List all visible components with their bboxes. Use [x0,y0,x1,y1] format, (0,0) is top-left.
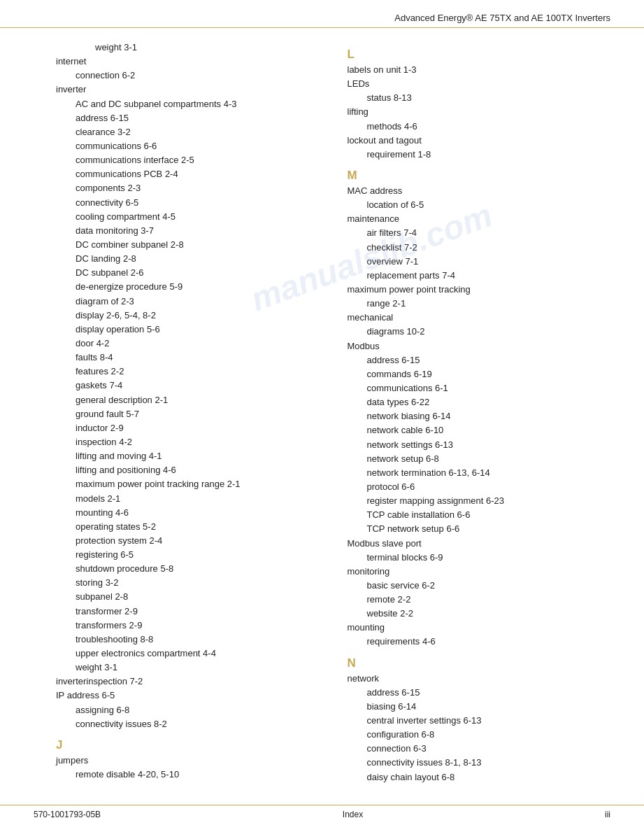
list-item: connectivity issues 8-2 [76,717,320,731]
list-item: website 2-2 [367,607,611,621]
list-item: diagrams 10-2 [367,325,611,339]
list-item: air filters 7-4 [367,226,611,240]
list-item: lifting [348,105,611,119]
page-header: Advanced Energy® AE 75TX and AE 100TX In… [0,0,644,28]
list-item: configuration 6-8 [367,728,611,742]
list-item: checklist 7-2 [367,241,611,255]
list-item: address 6-15 [367,353,611,367]
list-item: communications 6-6 [76,139,320,153]
list-item: ground fault 5-7 [76,407,320,421]
list-item: operating states 5-2 [76,520,320,534]
header-title: Advanced Energy® AE 75TX and AE 100TX In… [394,13,610,23]
list-item: inverterinspection 7-2 [56,675,320,689]
list-item: maximum power point tracking [348,283,611,297]
list-item: TCP cable installation 6-6 [367,508,611,522]
list-item: lockout and tagout [348,134,611,148]
list-item: features 2-2 [76,365,320,379]
list-item: upper electronics compartment 4-4 [76,647,320,661]
list-item: jumpers [56,754,320,768]
list-item: Modbus slave port [348,537,611,551]
list-item: protocol 6-6 [367,480,611,494]
list-item: connection 6-2 [76,69,320,83]
list-item: status 8-13 [367,91,611,105]
list-item: clearance 3-2 [76,125,320,139]
left-column: weight 3-1internetconnection 6-2inverter… [56,41,341,784]
list-item: methods 4-6 [367,120,611,134]
list-item: central inverter settings 6-13 [367,714,611,728]
list-item: inductor 2-9 [76,421,320,435]
list-item: assigning 6-8 [76,703,320,717]
content-area: weight 3-1internetconnection 6-2inverter… [0,28,644,784]
list-item: diagram of 2-3 [76,295,320,309]
list-item: cooling compartment 4-5 [76,210,320,224]
list-item: location of 6-5 [367,198,611,212]
list-item: connection 6-3 [367,742,611,756]
list-item: requirements 4-6 [367,635,611,649]
list-item: registering 6-5 [76,548,320,562]
list-item: mounting 4-6 [76,506,320,520]
list-item: replacement parts 7-4 [367,269,611,283]
list-item: remote disable 4-20, 5-10 [76,768,320,782]
list-item: DC landing 2-8 [76,252,320,266]
list-item: AC and DC subpanel compartments 4-3 [76,97,320,111]
list-item: general description 2-1 [76,393,320,407]
right-column: Llabels on unit 1-3LEDsstatus 8-13liftin… [341,41,611,784]
list-item: data monitoring 3-7 [76,224,320,238]
list-item: network setup 6-8 [367,452,611,466]
list-item: monitoring [348,565,611,579]
list-item: components 2-3 [76,181,320,195]
list-item: network termination 6-13, 6-14 [367,466,611,480]
page: Advanced Energy® AE 75TX and AE 100TX In… [0,0,644,832]
list-item: protection system 2-4 [76,534,320,548]
list-item: range 2-1 [367,297,611,311]
list-item: maintenance [348,212,611,226]
list-item: register mapping assignment 6-23 [367,494,611,508]
list-item: communications PCB 2-4 [76,167,320,181]
list-item: commands 6-19 [367,367,611,381]
list-item: faults 8-4 [76,351,320,365]
footer-right: iii [605,810,610,819]
list-item: gaskets 7-4 [76,379,320,393]
list-item: de-energize procedure 5-9 [76,280,320,294]
list-item: transformer 2-9 [76,605,320,619]
list-item: LEDs [348,77,611,91]
list-item: display operation 5-6 [76,323,320,337]
list-item: storing 3-2 [76,576,320,590]
section-letter: L [348,48,611,62]
list-item: labels on unit 1-3 [348,63,611,77]
list-item: shutdown procedure 5-8 [76,562,320,576]
list-item: DC subpanel 2-6 [76,266,320,280]
list-item: mechanical [348,311,611,325]
list-item: remote 2-2 [367,593,611,607]
list-item: terminal blocks 6-9 [367,551,611,565]
list-item: inverter [56,83,320,97]
list-item: address 6-15 [76,111,320,125]
list-item: mounting [348,621,611,635]
section-letter: N [348,656,611,670]
list-item: network [348,672,611,686]
list-item: requirement 1-8 [367,148,611,162]
list-item: overview 7-1 [367,255,611,269]
list-item: address 6-15 [367,686,611,700]
list-item: maximum power point tracking range 2-1 [76,477,320,491]
list-item: network cable 6-10 [367,423,611,437]
list-item: IP address 6-5 [56,689,320,703]
list-item: communications interface 2-5 [76,153,320,167]
list-item: weight 3-1 [76,661,320,675]
list-item: internet [56,55,320,69]
list-item: connectivity issues 8-1, 8-13 [367,756,611,770]
list-item: MAC address [348,184,611,198]
list-item: troubleshooting 8-8 [76,633,320,647]
list-item: daisy chain layout 6-8 [367,770,611,784]
list-item: door 4-2 [76,337,320,351]
list-item: connectivity 6-5 [76,196,320,210]
list-item: subpanel 2-8 [76,590,320,604]
page-footer: 570-1001793-05B Index iii [0,805,644,819]
section-letter: M [348,169,611,183]
list-item: Modbus [348,339,611,353]
list-item: models 2-1 [76,492,320,506]
footer-left: 570-1001793-05B [34,810,101,819]
list-item: J [56,738,320,752]
list-item: TCP network setup 6-6 [367,522,611,536]
list-item: data types 6-22 [367,395,611,409]
